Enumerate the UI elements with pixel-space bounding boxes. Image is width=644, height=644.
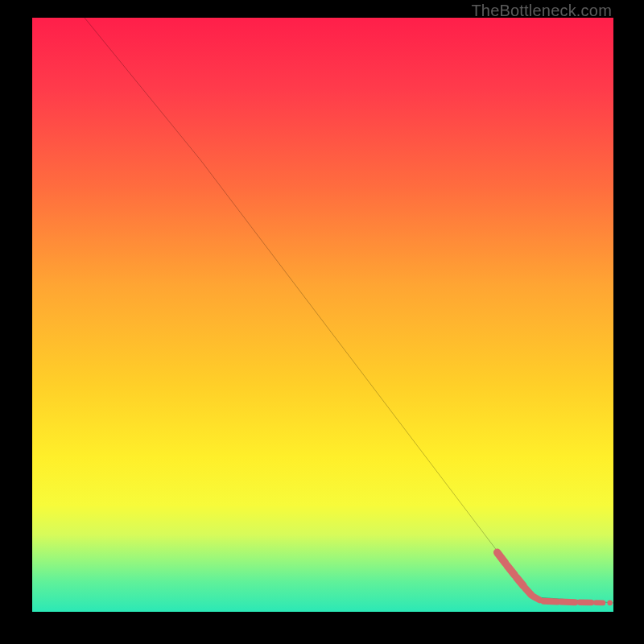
dotted-tail-group [497, 552, 613, 605]
tail-dash [497, 552, 506, 563]
tail-dash [516, 577, 523, 585]
curve-path [85, 18, 613, 603]
tail-dash [533, 597, 539, 600]
tail-dash [561, 601, 575, 602]
tail-dash [507, 565, 514, 575]
chart-frame: TheBottleneck.com [0, 0, 644, 644]
tail-dash [543, 601, 557, 602]
tail-dash [525, 588, 531, 595]
tail-end-dot [607, 601, 612, 606]
chart-svg [32, 18, 613, 612]
plot-area [32, 18, 613, 612]
